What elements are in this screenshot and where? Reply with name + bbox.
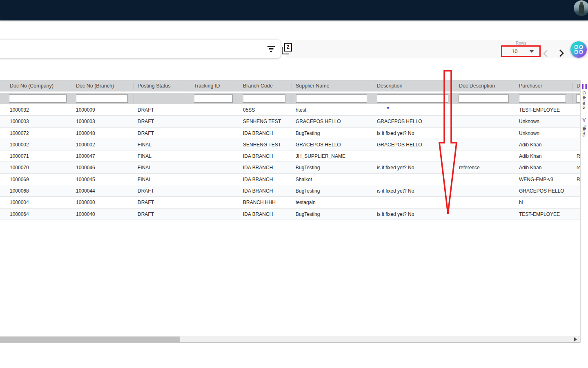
cell-purchaser: Unknown: [519, 130, 539, 136]
data-table: Doc No (Company)Doc No (Branch)Posting S…: [0, 80, 580, 336]
table-body: 10000321000009DRAFT05SShtestTEST-EMPLOYE…: [0, 104, 580, 220]
cell-branch-code: BRANCH HHH: [243, 200, 276, 205]
cell-doc-no-company: 1000032: [10, 107, 29, 113]
column-separator: [239, 94, 239, 103]
column-header-description[interactable]: Description: [377, 83, 403, 89]
cell-posting-status: FINAL: [138, 142, 151, 148]
avatar-person-silhouette: [579, 4, 584, 14]
cell-doc-description: reference: [459, 165, 480, 171]
scrollbar-right-arrow-icon[interactable]: [574, 337, 577, 341]
cell-branch-code: IDA BRANCH: [243, 153, 273, 159]
table-row[interactable]: 10000641000040DRAFTIDA BRANCHBugTestingi…: [0, 209, 580, 220]
cell-supplier-name: BugTesting: [296, 165, 320, 171]
column-separator: [373, 94, 373, 103]
filter-input-tracking-id[interactable]: [194, 94, 233, 103]
chevron-down-icon: [530, 50, 534, 53]
cell-supplier-name: GRACEPOS HELLO: [296, 142, 341, 148]
column-separator: [515, 94, 515, 103]
column-separator: [292, 94, 292, 103]
filter-input-doc-no-branch[interactable]: [76, 94, 128, 103]
column-header-doc-no-company[interactable]: Doc No (Company): [10, 83, 53, 89]
cell-posting-status: DRAFT: [138, 188, 154, 194]
table-row[interactable]: 10000041000000DRAFTBRANCH HHHtestagainhi: [0, 197, 580, 208]
column-header-posting-status[interactable]: Posting Status: [138, 83, 171, 89]
table-side-rail: Columns Filters: [580, 80, 588, 343]
cell-branch-code: IDA BRANCH: [243, 165, 273, 171]
copy-pages-icon[interactable]: 2: [282, 43, 292, 54]
cell-doc-no-company: 1000068: [10, 188, 29, 194]
cell-doc-no-company: 1000071: [10, 153, 29, 159]
table-row[interactable]: 10000691000045FINALIDA BRANCHShaikotWENG…: [0, 174, 580, 185]
table-row[interactable]: 10000701000046FINALIDA BRANCHBugTestingi…: [0, 162, 580, 173]
table-row[interactable]: 10000021000002FINALSENHENG TESTGRACEPOS …: [0, 139, 580, 150]
table-row[interactable]: 10000321000009DRAFT05SShtestTEST-EMPLOYE…: [0, 104, 580, 116]
table-row[interactable]: 10000711000047FINALIDA BRANCHJH_SUPPLIER…: [0, 150, 580, 162]
cell-doc-no-branch: 1000040: [76, 211, 95, 217]
table-row[interactable]: 10000721000048DRAFTIDA BRANCHBugTestingi…: [0, 128, 580, 139]
next-page-button[interactable]: [556, 48, 566, 58]
column-bars-icon: [582, 84, 587, 89]
cell-purchaser: TEST-EMPLOYEE: [519, 211, 560, 217]
cell-purchaser: GRACEPOS HELLO: [519, 188, 564, 194]
column-header-branch-code[interactable]: Branch Code: [243, 83, 273, 89]
filter-input-description[interactable]: [377, 94, 448, 103]
cell-branch-code: IDA BRANCH: [243, 130, 273, 136]
cell-doc-no-branch: 1000045: [76, 177, 95, 182]
filter-input-doc-no-company[interactable]: [9, 94, 67, 103]
sidebar-item-columns[interactable]: Columns: [581, 80, 588, 113]
column-header-tracking-id[interactable]: Tracking ID: [194, 83, 220, 89]
column-header-doc-description[interactable]: Doc Description: [459, 83, 495, 89]
cell-branch-code: IDA BRANCH: [243, 188, 273, 194]
rows-per-page-select[interactable]: 10: [502, 46, 540, 57]
cell-doc-no-branch: 1000003: [76, 119, 95, 124]
cell-supplier-name: BugTesting: [296, 188, 320, 194]
horizontal-scrollbar[interactable]: [0, 336, 580, 342]
apps-grid-button[interactable]: [570, 41, 587, 58]
rows-per-page-value: 10: [512, 48, 517, 54]
filter-input-doc-description[interactable]: [459, 94, 509, 103]
cell-purchaser: Adib Khan: [519, 165, 541, 171]
table-filter-row: [0, 93, 580, 104]
cell-posting-status: FINAL: [138, 177, 151, 182]
previous-page-button[interactable]: [541, 49, 551, 58]
column-separator: [572, 94, 573, 103]
user-avatar[interactable]: [574, 0, 588, 16]
scrollbar-thumb[interactable]: [0, 337, 180, 342]
grid-apps-icon: [575, 45, 578, 49]
cell-posting-status: FINAL: [138, 153, 151, 159]
filter-input-branch-code[interactable]: [243, 94, 285, 103]
cell-purchaser: hi: [519, 200, 523, 205]
column-separator: [572, 83, 573, 90]
cell-description: is it fixed yet? No: [377, 188, 414, 194]
filter-input-supplier-name[interactable]: [296, 94, 367, 103]
column-separator: [190, 83, 190, 90]
table-row[interactable]: 10000031000003DRAFTSENHENG TESTGRACEPOS …: [0, 116, 580, 127]
cell-doc-no-company: 1000002: [10, 142, 29, 148]
cell-purchaser: TEST-EMPLOYEE: [519, 107, 560, 113]
filter-input-purchaser[interactable]: [519, 94, 566, 103]
cell-doc-no-company: 1000064: [10, 211, 29, 217]
column-header-supplier-name[interactable]: Supplier Name: [296, 83, 330, 89]
cell-supplier-name: Shaikot: [296, 177, 312, 182]
annotation-blue-dot: [387, 107, 389, 109]
cell-doc-no-company: 1000070: [10, 165, 29, 171]
table-row[interactable]: 10000681000044DRAFTIDA BRANCHBugTestingi…: [0, 185, 580, 197]
filter-list-icon[interactable]: [267, 45, 275, 52]
column-separator: [515, 83, 515, 90]
sidebar-item-filters[interactable]: Filters: [581, 113, 588, 141]
search-bar[interactable]: [0, 40, 281, 58]
cell-description: GRACEPOS HELLO: [377, 119, 422, 124]
column-header-doc-no-branch[interactable]: Doc No (Branch): [76, 83, 114, 89]
copy-badge-count: 2: [284, 43, 292, 52]
column-header-d[interactable]: D: [577, 83, 580, 89]
column-header-purchaser[interactable]: Purchaser: [519, 83, 542, 89]
cell-doc-no-branch: 1000000: [76, 200, 95, 205]
search-input[interactable]: [1, 43, 254, 54]
cell-purchaser: Adib Khan: [519, 142, 541, 148]
cell-branch-code: 05SS: [243, 107, 255, 113]
cell-supplier-name: htest: [296, 107, 306, 113]
cell-doc-no-branch: 1000044: [76, 188, 95, 194]
cell-description: is it fixed yet? No: [377, 211, 414, 217]
filter-funnel-icon: [582, 117, 587, 122]
filter-input-d[interactable]: [576, 94, 580, 103]
